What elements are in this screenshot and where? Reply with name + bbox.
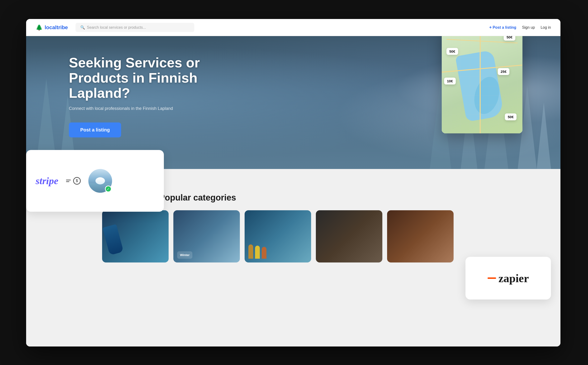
category-inner-3 [245, 210, 311, 262]
search-icon: 🔍 [80, 25, 85, 30]
payment-icon: $ [66, 177, 81, 185]
payment-line-1 [66, 180, 71, 180]
skier-3 [262, 247, 266, 259]
hero-subtitle: Connect with local professionals in the … [69, 106, 207, 111]
search-placeholder: Search local services or products... [87, 25, 146, 30]
zapier-logo: zapier [488, 272, 529, 285]
avatar-snow [95, 177, 105, 184]
nav-post-listing-button[interactable]: Post a listing [489, 25, 516, 30]
navbar: 🌲 localtribe 🔍 Search local services or … [26, 19, 560, 36]
category-card-snowboard[interactable] [102, 210, 169, 262]
brand-name: localtribe [45, 24, 68, 31]
payment-line-2 [66, 181, 69, 182]
search-bar[interactable]: 🔍 Search local services or products... [76, 23, 194, 32]
nav-actions: Post a listing Sign up Log in [489, 25, 551, 30]
map-card: 50€ 50€ 25€ 10€ 50€ [442, 36, 523, 133]
category-inner-2: Winter [173, 210, 240, 262]
zapier-text: zapier [498, 272, 529, 285]
category-inner-5 [387, 210, 454, 262]
hero-cta-button[interactable]: Post a listing [69, 122, 121, 137]
category-label-2: Winter [177, 251, 192, 259]
bottom-section: stripe $ ✓ [26, 169, 560, 346]
category-inner-4 [316, 210, 382, 262]
verified-badge: ✓ [105, 186, 112, 192]
category-inner-1 [102, 210, 169, 262]
category-card-food[interactable] [387, 210, 454, 262]
dollar-circle: $ [73, 177, 81, 185]
stripe-card: stripe $ ✓ [26, 150, 164, 212]
category-card-interior[interactable] [316, 210, 382, 262]
price-bubble-2: 50€ [446, 48, 458, 55]
category-card-winter[interactable]: Winter [173, 210, 240, 262]
zapier-card: zapier [466, 257, 551, 300]
avatar-verified: ✓ [88, 169, 112, 193]
hero-title: Seeking Services or Products in Finnish … [69, 55, 207, 100]
stripe-logo: stripe [36, 175, 58, 187]
price-bubble-1: 50€ [504, 36, 515, 41]
login-link[interactable]: Log in [540, 25, 551, 30]
payment-lines [66, 180, 71, 182]
skier-1 [248, 245, 253, 259]
signup-link[interactable]: Sign up [522, 25, 535, 30]
map-background: 50€ 50€ 25€ 10€ 50€ [442, 36, 523, 133]
logo[interactable]: 🌲 localtribe [36, 24, 68, 31]
snowboard-shape [102, 224, 123, 255]
price-bubble-3: 25€ [498, 68, 509, 75]
logo-icon: 🌲 [36, 24, 43, 31]
browser-window: 🌲 localtribe 🔍 Search local services or … [26, 19, 560, 346]
hero-section: Seeking Services or Products in Finnish … [26, 36, 560, 169]
hero-content: Seeking Services or Products in Finnish … [69, 55, 207, 137]
price-bubble-4: 10€ [444, 77, 456, 84]
skier-silhouettes [248, 245, 266, 259]
category-card-skiing[interactable] [245, 210, 311, 262]
zapier-dash [488, 277, 496, 279]
skier-2 [255, 246, 260, 259]
categories-grid: Winter [102, 210, 560, 262]
categories-title: Popular categories [159, 193, 560, 203]
price-bubble-5: 50€ [505, 113, 516, 120]
